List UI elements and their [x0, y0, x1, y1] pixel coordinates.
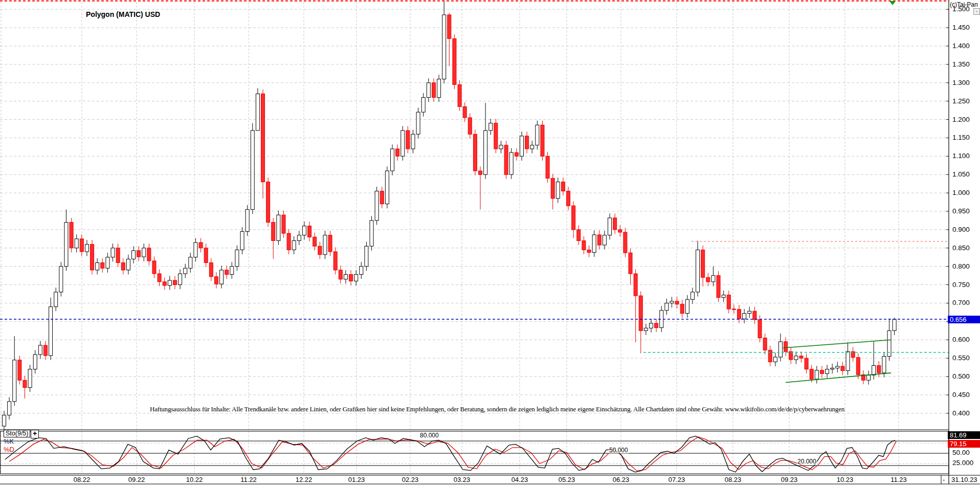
- candle-body: [768, 350, 772, 362]
- candle-body: [577, 230, 581, 241]
- price-tick-label: 1.450: [952, 24, 970, 31]
- price-tick-label: 0.900: [952, 226, 970, 233]
- price-tick-label: 1.050: [952, 171, 970, 178]
- candle-body: [261, 94, 265, 182]
- candle-body: [85, 245, 88, 252]
- candle-body: [675, 301, 679, 304]
- candle-body: [763, 338, 767, 350]
- candle-body: [204, 248, 208, 263]
- candle-body: [416, 112, 420, 134]
- candle-body: [365, 246, 368, 266]
- candle-body: [846, 351, 850, 370]
- date-tick-label: 09.22: [128, 476, 145, 483]
- osc-axis-label-50: 50.00: [952, 449, 970, 456]
- candle-body: [168, 280, 171, 285]
- candle-body: [189, 257, 192, 269]
- candle-body: [209, 262, 213, 276]
- candle-body: [773, 357, 777, 362]
- candle-body: [396, 149, 399, 156]
- date-tick-label: 09.23: [781, 476, 798, 483]
- candle-body: [453, 39, 456, 85]
- candle-body: [432, 83, 435, 98]
- date-tick-label: 11.22: [240, 476, 257, 483]
- candle-body: [391, 149, 394, 171]
- candle-body: [121, 262, 125, 270]
- candle-body: [339, 270, 342, 279]
- candle-body: [597, 235, 601, 245]
- candle-body: [411, 134, 415, 149]
- candle-body: [214, 277, 218, 284]
- candle-body: [856, 358, 860, 375]
- candle-body: [831, 368, 834, 369]
- candle-body: [458, 84, 461, 106]
- candle-body: [142, 248, 146, 257]
- date-tick-label: 12.22: [296, 476, 313, 483]
- candle-body: [287, 233, 291, 250]
- candle-body: [623, 232, 627, 253]
- alert-triangle-marker: [889, 1, 896, 5]
- candle-body: [282, 215, 285, 233]
- candle-body: [33, 355, 37, 369]
- candle-body: [706, 277, 710, 282]
- price-tick-label: 0.800: [952, 263, 970, 270]
- candle-body: [841, 366, 844, 371]
- candle-body: [354, 274, 358, 281]
- candle-body: [230, 267, 234, 275]
- candle-body: [711, 276, 715, 282]
- candle-body: [116, 248, 120, 263]
- candle-body: [225, 270, 229, 275]
- candle-body: [184, 268, 187, 274]
- candle-body: [49, 307, 53, 356]
- candle-body: [313, 237, 317, 246]
- date-tick-label: 01.23: [348, 476, 365, 483]
- add-indicator-button[interactable]: +: [31, 430, 39, 438]
- candle-body: [349, 274, 353, 281]
- osc-guide-label-80: 80.000: [419, 432, 439, 438]
- candle-body: [240, 231, 244, 250]
- candle-body: [738, 310, 741, 319]
- candle-body: [297, 235, 301, 241]
- candle-body: [8, 402, 11, 415]
- candle-body: [536, 125, 539, 145]
- candle-body: [158, 274, 161, 282]
- candle-body: [789, 351, 793, 360]
- price-tick-label: 0.950: [952, 208, 970, 215]
- candle-body: [385, 171, 389, 204]
- candle-body: [427, 83, 430, 98]
- price-tick-label: 0.500: [952, 373, 970, 380]
- percent-k-curve: [5, 436, 895, 472]
- candle-body: [509, 152, 513, 174]
- candle-body: [893, 319, 896, 330]
- price-tick-label: 1.100: [952, 152, 970, 160]
- collapse-scale-button[interactable]: -: [973, 8, 980, 15]
- candle-body: [867, 375, 871, 380]
- candle-body: [701, 250, 705, 277]
- candle-body: [406, 130, 410, 149]
- candle-body: [691, 292, 694, 299]
- trendline: [783, 340, 891, 348]
- candle-body: [199, 242, 203, 248]
- candle-body: [592, 235, 596, 252]
- candle-body: [220, 270, 224, 284]
- stochastic-indicator-label[interactable]: Sto(9/5): [4, 430, 30, 437]
- price-tick-label: 0.700: [952, 299, 970, 306]
- candle-body: [779, 342, 783, 357]
- candle-body: [70, 223, 73, 248]
- candle-body: [448, 15, 451, 39]
- candle-body: [567, 191, 570, 206]
- candle-body: [266, 182, 270, 223]
- candle-body: [629, 253, 632, 274]
- osc-axis-label-25: 25.000: [952, 459, 973, 467]
- date-tick-label: 10.22: [186, 476, 203, 483]
- candle-body: [13, 360, 16, 402]
- candle-body: [618, 230, 622, 232]
- percent-d-value-badge: 79.15: [948, 440, 980, 448]
- candle-body: [328, 235, 332, 252]
- candle-body: [194, 242, 197, 257]
- candle-body: [722, 295, 725, 298]
- candle-body: [251, 130, 254, 209]
- candle-body: [639, 296, 642, 330]
- candle-body: [685, 299, 689, 313]
- date-tick-label: 08.22: [74, 476, 91, 483]
- candle-body: [748, 311, 751, 313]
